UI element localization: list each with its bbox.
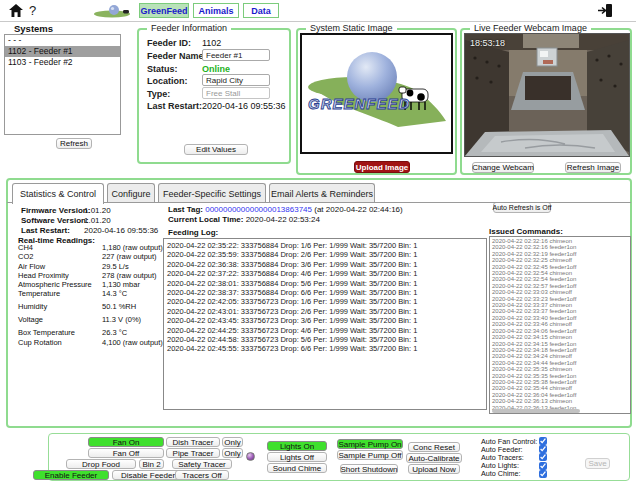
reading-label: Atmospheric Pressure: [18, 280, 102, 289]
auto-checkbox[interactable]: [539, 462, 547, 470]
lights-off-button[interactable]: Lights Off: [267, 452, 327, 462]
status-label: Status:: [147, 64, 178, 74]
reading-value: 227 (raw output): [102, 252, 157, 261]
last-tag-link[interactable]: 000000000000000013863745: [205, 205, 312, 214]
sound-chime-button[interactable]: Sound Chime: [267, 463, 327, 473]
auto-calibrate-button[interactable]: Auto-Calibrate: [406, 453, 462, 463]
reading-value: 1,130 mbar: [102, 280, 140, 289]
change-webcam-button[interactable]: Change Webcam: [472, 162, 534, 173]
feeding-log-title: Feeding Log:: [168, 228, 218, 237]
sample-pump-off-button[interactable]: Sample Pump Off: [337, 450, 403, 460]
auto-checkbox[interactable]: [539, 470, 547, 478]
reading-row: Box Temperature 26.3 °C: [18, 328, 163, 337]
home-icon[interactable]: [9, 4, 23, 19]
feeder-name-label: Feeder Name:: [147, 51, 207, 61]
nav-tab-greenfeed[interactable]: GreenFeed: [139, 3, 189, 18]
systems-list[interactable]: - - - 1102 - Feeder #1 1103 - Feeder #2: [4, 34, 121, 135]
feeder-name-input[interactable]: [202, 49, 270, 61]
last-restart-value: 2020-04-16 09:55:36: [202, 101, 286, 111]
pipe-tracer-only-button[interactable]: Only: [222, 448, 243, 458]
short-shutdown-button[interactable]: Short Shutdown: [340, 464, 398, 474]
dish-tracer-button[interactable]: Dish Tracer: [166, 437, 220, 447]
refresh-image-button[interactable]: Refresh Image: [565, 162, 621, 173]
reading-row: Atmospheric Pressure 1,130 mbar: [18, 280, 163, 289]
upload-image-button[interactable]: Upload Image: [354, 161, 410, 173]
systems-refresh-button[interactable]: Refresh: [56, 138, 92, 149]
reading-value: 14.3 °C: [102, 289, 127, 298]
reading-value: 11.3 V (0%): [102, 315, 141, 324]
systems-list-item[interactable]: - - -: [5, 35, 120, 46]
reading-label: Box Temperature: [18, 328, 102, 337]
systems-list-item-selected[interactable]: 1102 - Feeder #1: [5, 46, 120, 57]
nav-tab-animals[interactable]: Animals: [193, 3, 239, 18]
pipe-tracer-button[interactable]: Pipe Tracer: [166, 448, 220, 458]
reading-value: 50.1 %RH: [102, 302, 136, 311]
reading-label: Cup Rotation: [18, 338, 102, 347]
webcam-timestamp: 18:53:18: [470, 38, 505, 48]
issued-commands-box[interactable]: 2020-04-22 02:32:16 chimeon 2020-04-22 0…: [489, 236, 631, 414]
webcam-legend: Live Feeder Webcam Image: [470, 23, 591, 33]
enable-feeder-button[interactable]: Enable Feeder: [33, 470, 109, 480]
commands-scrollbar[interactable]: [492, 409, 580, 413]
reading-row: CH4 1,180 (raw output): [18, 243, 163, 252]
nav-tab-data[interactable]: Data: [243, 3, 279, 18]
feeding-log-line: 2020-04-22 02:43:01: 333756723 Drop: 2/6…: [167, 307, 483, 316]
reading-label: CO2: [18, 252, 102, 261]
reading-row: Head Proximity 278 (raw output): [18, 271, 163, 280]
last-tag-label: Last Tag:: [168, 205, 203, 214]
tab-configure[interactable]: Configure: [107, 183, 155, 203]
static-image-panel: System Static Image GREENFEED: [296, 28, 457, 175]
feeding-log-line: 2020-04-22 02:44:58: 333756723 Drop: 5/6…: [167, 335, 483, 344]
firmware-version-value: 1.01.20: [84, 206, 111, 215]
location-label: Location:: [147, 76, 188, 86]
tab-feeder-specific-settings[interactable]: Feeder-Specific Settings: [158, 183, 266, 203]
bin-2-button[interactable]: Bin 2: [139, 459, 164, 469]
save-button[interactable]: Save: [585, 458, 610, 469]
drop-food-button[interactable]: Drop Food: [66, 459, 136, 469]
readings-list: CH4 1,180 (raw output) CO2 227 (raw outp…: [18, 243, 163, 347]
greenfeed-logo-icon: [92, 4, 136, 21]
reading-row: Cup Rotation 4,100 (raw output): [18, 338, 163, 347]
reading-row: Temperature 14.3 °C: [18, 289, 163, 298]
reading-label: Head Proximity: [18, 271, 102, 280]
reading-label: Voltage: [18, 315, 102, 324]
location-input[interactable]: [202, 74, 270, 86]
top-bar: ? GreenFeed Animals Data: [0, 0, 636, 22]
reading-label: CH4: [18, 243, 102, 252]
logout-icon[interactable]: [598, 4, 613, 19]
software-version-label: Software Version:: [21, 216, 89, 225]
reading-value: 4,100 (raw output): [102, 338, 163, 347]
webcam-image: 18:53:18: [464, 33, 630, 157]
auto-refresh-button[interactable]: Auto Refresh is Off: [493, 202, 551, 213]
auto-checkbox[interactable]: [539, 453, 547, 461]
reading-row: Voltage 11.3 V (0%): [18, 315, 163, 324]
auto-checkbox[interactable]: [539, 437, 547, 445]
type-input[interactable]: [202, 87, 270, 99]
conc-reset-button[interactable]: Conc Reset: [408, 442, 460, 452]
auto-checkbox-row[interactable]: Auto Chime:: [481, 470, 547, 478]
feeding-log-line: 2020-04-22 02:35:22: 333756884 Drop: 1/6…: [167, 241, 483, 250]
feeding-log-line: 2020-04-22 02:38:01: 333756884 Drop: 5/6…: [167, 279, 483, 288]
fan-on-button[interactable]: Fan On: [88, 437, 164, 447]
feeder-id-value: 1102: [202, 38, 221, 48]
help-icon[interactable]: ?: [29, 3, 36, 18]
edit-values-button[interactable]: Edit Values: [184, 144, 248, 155]
feeding-log-line: 2020-04-22 02:44:25: 333756723 Drop: 4/6…: [167, 326, 483, 335]
software-version-value: 1.01.20: [84, 216, 111, 225]
tab-email-alerts[interactable]: Email Alerts & Reminders: [269, 183, 375, 203]
disable-feeder-button[interactable]: Disable Feeder: [112, 470, 184, 480]
feeding-log-box[interactable]: 2020-04-22 02:35:22: 333756884 Drop: 1/6…: [163, 238, 487, 410]
fan-off-button[interactable]: Fan Off: [88, 448, 164, 458]
tab-statistics-control[interactable]: Statistics & Control: [12, 183, 104, 204]
dish-tracer-only-button[interactable]: Only: [222, 437, 243, 447]
upload-now-button[interactable]: Upload Now: [408, 464, 460, 474]
sample-pump-on-button[interactable]: Sample Pump On: [337, 439, 403, 449]
systems-list-item[interactable]: 1103 - Feeder #2: [5, 57, 120, 68]
auto-checkbox[interactable]: [539, 445, 547, 453]
tracers-off-button[interactable]: Tracers Off: [175, 470, 229, 480]
safety-tracer-button[interactable]: Safety Tracer: [172, 459, 232, 469]
tracer-led-indicator-icon: [246, 452, 255, 461]
feeding-log-line: 2020-04-22 02:36:38: 333756884 Drop: 3/6…: [167, 260, 483, 269]
reading-row: CO2 227 (raw output): [18, 252, 163, 261]
lights-on-button[interactable]: Lights On: [267, 441, 327, 451]
